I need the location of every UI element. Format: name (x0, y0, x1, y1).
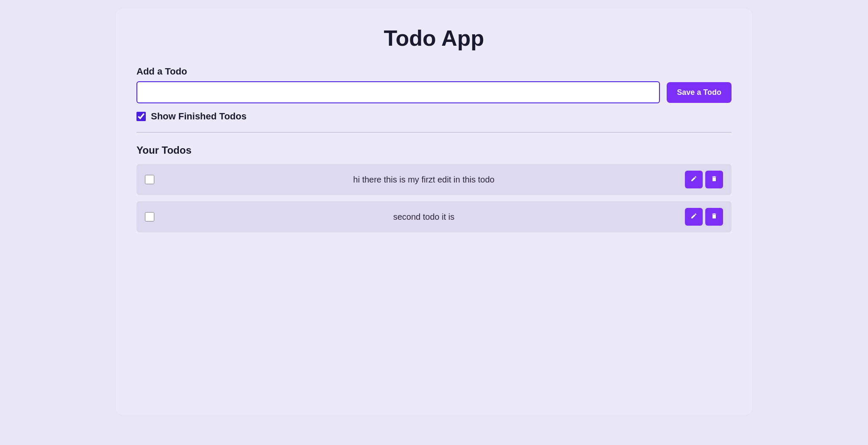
add-todo-label: Add a Todo (136, 66, 732, 77)
delete-todo-button-2[interactable] (705, 208, 723, 226)
app-title: Todo App (136, 25, 732, 51)
section-divider (136, 132, 732, 133)
save-todo-button[interactable]: Save a Todo (667, 82, 732, 103)
todo-text-1: hi there this is my firzt edit in this t… (163, 175, 685, 185)
todo-checkbox-2[interactable] (145, 212, 154, 221)
edit-todo-button-1[interactable] (685, 171, 703, 188)
todo-checkbox-1[interactable] (145, 175, 154, 184)
edit-icon (690, 175, 697, 184)
delete-icon (711, 213, 718, 221)
show-finished-checkbox[interactable] (136, 112, 146, 121)
todo-list: hi there this is my firzt edit in this t… (136, 164, 732, 232)
todo-text-2: second todo it is (163, 212, 685, 222)
todo-actions-1 (685, 171, 723, 188)
add-todo-row: Save a Todo (136, 81, 732, 103)
your-todos-heading: Your Todos (136, 144, 732, 156)
edit-todo-button-2[interactable] (685, 208, 703, 226)
todo-actions-2 (685, 208, 723, 226)
show-finished-row: Show Finished Todos (136, 111, 732, 122)
todo-item: hi there this is my firzt edit in this t… (136, 164, 732, 195)
app-container: Todo App Add a Todo Save a Todo Show Fin… (116, 8, 752, 415)
edit-icon (690, 213, 697, 221)
show-finished-label[interactable]: Show Finished Todos (151, 111, 247, 122)
delete-icon (711, 175, 718, 184)
todo-item: second todo it is (136, 201, 732, 232)
delete-todo-button-1[interactable] (705, 171, 723, 188)
todo-input[interactable] (136, 81, 660, 103)
